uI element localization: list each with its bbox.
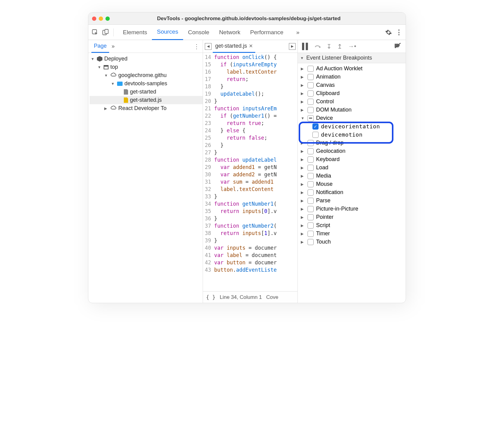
breakpoint-category[interactable]: ▶Load bbox=[298, 163, 406, 172]
cursor-position: Line 34, Column 1 bbox=[220, 294, 262, 300]
tab-sources[interactable]: Sources bbox=[152, 25, 183, 40]
kebab-menu-icon[interactable]: ⋮ bbox=[395, 29, 403, 36]
breakpoint-category[interactable]: ▶Touch bbox=[298, 238, 406, 246]
breakpoint-category[interactable]: ▶Clipboard bbox=[298, 89, 406, 97]
breakpoint-category[interactable]: ▶Notification bbox=[298, 188, 406, 196]
breakpoint-category[interactable]: ▶Geolocation bbox=[298, 147, 406, 155]
breakpoint-event[interactable]: devicemotion bbox=[298, 130, 406, 139]
checkbox[interactable] bbox=[308, 82, 314, 88]
checkbox[interactable] bbox=[308, 189, 314, 196]
checkbox[interactable] bbox=[308, 198, 314, 204]
file-icon bbox=[124, 89, 128, 95]
checkbox[interactable] bbox=[308, 74, 314, 80]
tree-item[interactable]: get-started bbox=[90, 88, 203, 96]
step-into-icon[interactable]: ↧ bbox=[326, 43, 332, 50]
deactivate-breakpoints-icon[interactable] bbox=[394, 42, 401, 50]
cloud-icon bbox=[110, 72, 116, 79]
breakpoint-category[interactable]: ▶Timer bbox=[298, 230, 406, 238]
breakpoint-category[interactable]: ▶Picture-in-Picture bbox=[298, 205, 406, 213]
pretty-print-icon[interactable]: { } bbox=[206, 294, 216, 300]
tab-console[interactable]: Console bbox=[183, 25, 214, 40]
checkbox[interactable] bbox=[308, 214, 314, 220]
deployed-icon bbox=[97, 56, 102, 62]
checkbox[interactable] bbox=[308, 156, 314, 163]
breakpoint-category[interactable]: ▶Script bbox=[298, 221, 406, 230]
checkbox[interactable] bbox=[308, 165, 314, 171]
checkbox[interactable] bbox=[308, 148, 314, 154]
checkbox[interactable] bbox=[312, 132, 319, 138]
editor-prev-icon[interactable]: ◀ bbox=[205, 43, 212, 50]
step-icon[interactable]: →• bbox=[348, 43, 356, 50]
tree-item[interactable]: ▼top bbox=[90, 63, 203, 71]
line-gutter: 1415161718192021222324252627282930313233… bbox=[203, 53, 214, 291]
checkbox[interactable] bbox=[308, 107, 314, 113]
navigator-pane: Page » ⋮ ▼ Deployed ▼top▼googlechrome.gi… bbox=[88, 40, 203, 303]
close-window-button[interactable] bbox=[92, 17, 96, 21]
js-file-icon bbox=[124, 97, 128, 103]
breakpoint-category[interactable]: ▶DOM Mutation bbox=[298, 106, 406, 114]
section-event-listener-breakpoints[interactable]: ▼ Event Listener Breakpoints bbox=[298, 53, 406, 63]
cloud-icon bbox=[110, 105, 116, 112]
settings-icon[interactable] bbox=[385, 29, 392, 36]
checkbox[interactable] bbox=[308, 90, 314, 97]
breakpoint-category[interactable]: ▶Ad Auction Worklet bbox=[298, 64, 406, 73]
checkbox[interactable] bbox=[308, 181, 314, 187]
titlebar: DevTools - googlechrome.github.io/devtoo… bbox=[88, 13, 406, 25]
svg-point-3 bbox=[319, 46, 321, 48]
tree-item[interactable]: get-started.js bbox=[90, 96, 203, 104]
breakpoint-category[interactable]: ▶Animation bbox=[298, 73, 406, 81]
checkbox[interactable] bbox=[308, 222, 314, 229]
tree-item[interactable]: ▼googlechrome.githu bbox=[90, 71, 203, 79]
pause-icon[interactable]: ▌▌ bbox=[302, 43, 309, 50]
code-text[interactable]: function onClick() { if (inputsAreEmpty … bbox=[214, 53, 277, 291]
breakpoint-category[interactable]: ▶Parse bbox=[298, 196, 406, 205]
tree-item[interactable]: ▼devtools-samples bbox=[90, 79, 203, 88]
checkbox[interactable] bbox=[308, 206, 314, 212]
step-out-icon[interactable]: ↥ bbox=[337, 43, 342, 50]
checkbox[interactable] bbox=[308, 231, 314, 237]
breakpoint-category[interactable]: ▶Pointer bbox=[298, 213, 406, 221]
breakpoint-category[interactable]: ▶Control bbox=[298, 97, 406, 106]
editor-tab[interactable]: get-started.js ✕ bbox=[213, 40, 255, 53]
frame-icon bbox=[104, 65, 109, 69]
debugger-pane: ▌▌ ↧ ↥ →• ▼ Event Listener Breakpoints ▶… bbox=[298, 40, 406, 303]
editor-pane: ◀ get-started.js ✕ ▶ 1415161718192021222… bbox=[203, 40, 298, 303]
breakpoint-category[interactable]: ▼Device bbox=[298, 114, 406, 122]
breakpoint-category[interactable]: ▶Drag / drop bbox=[298, 139, 406, 147]
breakpoint-category[interactable]: ▶Media bbox=[298, 172, 406, 180]
svg-rect-2 bbox=[105, 29, 108, 34]
navigator-menu-icon[interactable]: ⋮ bbox=[194, 43, 200, 50]
checkbox[interactable] bbox=[308, 115, 314, 121]
window-title: DevTools - googlechrome.github.io/devtoo… bbox=[114, 16, 402, 22]
tab-elements[interactable]: Elements bbox=[118, 25, 152, 40]
close-icon[interactable]: ✕ bbox=[249, 43, 253, 49]
devtools-window: DevTools - googlechrome.github.io/devtoo… bbox=[88, 12, 406, 303]
file-tree: ▼ Deployed ▼top▼googlechrome.githu▼devto… bbox=[88, 53, 203, 114]
main-toolbar: ElementsSourcesConsoleNetworkPerformance… bbox=[88, 25, 406, 40]
checkbox[interactable] bbox=[308, 66, 314, 72]
folder-icon bbox=[117, 82, 123, 86]
breakpoint-category[interactable]: ▶Mouse bbox=[298, 180, 406, 188]
minimize-window-button[interactable] bbox=[99, 17, 103, 21]
checkbox[interactable] bbox=[308, 173, 314, 179]
checkbox[interactable] bbox=[308, 140, 314, 146]
coverage-label: Cove bbox=[266, 294, 278, 300]
maximize-window-button[interactable] bbox=[105, 17, 110, 21]
inspect-element-icon[interactable] bbox=[91, 29, 99, 36]
tab-network[interactable]: Network bbox=[214, 25, 245, 40]
editor-next-icon[interactable]: ▶ bbox=[289, 43, 296, 50]
navigator-tabs-overflow[interactable]: » bbox=[109, 40, 117, 53]
breakpoint-category[interactable]: ▶Canvas bbox=[298, 81, 406, 89]
checkbox[interactable] bbox=[308, 239, 314, 245]
tabs-overflow[interactable]: » bbox=[291, 25, 304, 40]
tab-performance[interactable]: Performance bbox=[245, 25, 288, 40]
checkbox[interactable]: ✓ bbox=[312, 123, 319, 130]
breakpoint-category[interactable]: ▶Keyboard bbox=[298, 155, 406, 163]
breakpoint-event[interactable]: ✓deviceorientation bbox=[298, 122, 406, 130]
tree-root[interactable]: ▼ Deployed bbox=[90, 55, 203, 63]
device-toggle-icon[interactable] bbox=[102, 29, 109, 36]
tab-page[interactable]: Page bbox=[91, 40, 109, 53]
step-over-icon[interactable] bbox=[315, 43, 321, 50]
tree-item[interactable]: ▶React Developer To bbox=[90, 104, 203, 112]
checkbox[interactable] bbox=[308, 99, 314, 105]
